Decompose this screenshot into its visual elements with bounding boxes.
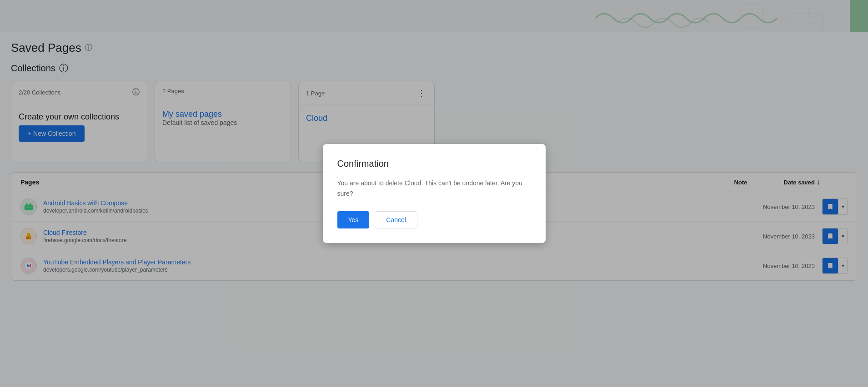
dialog-body: You are about to delete Cloud. This can'… <box>337 178 531 198</box>
dialog-actions: Yes Cancel <box>337 211 531 228</box>
dialog-cancel-button[interactable]: Cancel <box>375 211 417 228</box>
modal-overlay[interactable]: Confirmation You are about to delete Clo… <box>0 0 868 387</box>
confirmation-dialog: Confirmation You are about to delete Clo… <box>323 144 546 243</box>
dialog-yes-button[interactable]: Yes <box>337 211 370 228</box>
dialog-title: Confirmation <box>337 159 531 169</box>
